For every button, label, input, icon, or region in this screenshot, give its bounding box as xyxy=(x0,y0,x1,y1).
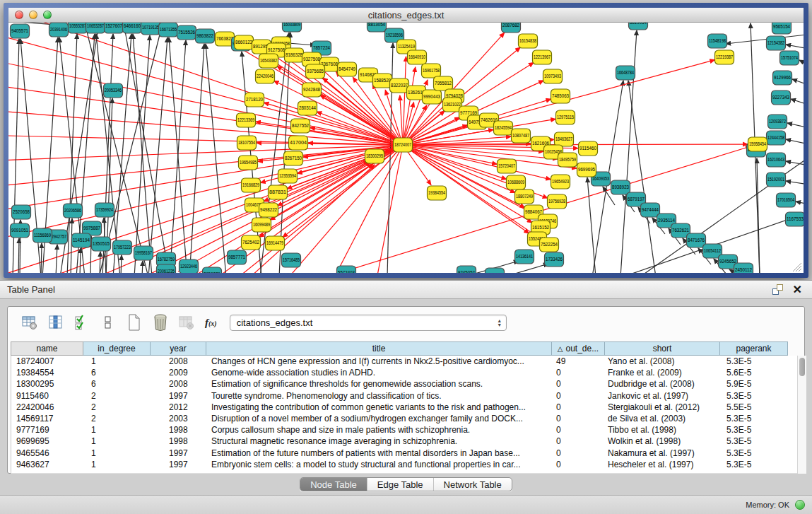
table-cell[interactable]: 6 xyxy=(84,367,151,378)
citation-edge-black[interactable] xyxy=(189,44,204,273)
graph-node[interactable]: 9115460 xyxy=(579,141,598,156)
table-cell[interactable]: 9777169 xyxy=(11,424,84,436)
table-row[interactable]: 2242004622012Investigating the contribut… xyxy=(11,402,797,413)
citation-edge-black[interactable] xyxy=(786,139,804,145)
graph-node[interactable]: 19384554 xyxy=(428,186,447,200)
graph-node[interactable]: 12213369 xyxy=(237,113,256,127)
table-cell[interactable]: Genome-wide association studies in ADHD. xyxy=(207,367,553,378)
table-cell[interactable]: 5.3E-5 xyxy=(721,413,789,424)
graph-node[interactable]: 9091051 xyxy=(11,223,30,238)
table-cell[interactable]: 1 xyxy=(84,424,151,436)
table-cell[interactable]: Nakamura et al. (1997) xyxy=(606,448,721,459)
citation-edge-black[interactable] xyxy=(726,34,804,44)
table-cell[interactable]: Hescheler et al. (1997) xyxy=(606,459,721,470)
graph-node[interactable]: 9227343 xyxy=(772,90,791,105)
memory-status-icon[interactable] xyxy=(795,500,805,510)
table-cell[interactable]: Estimation of the future numbers of pati… xyxy=(207,448,553,459)
citation-edge-black[interactable] xyxy=(622,212,804,273)
table-cell[interactable]: 5.3E-5 xyxy=(721,436,789,447)
column-header-in_degree[interactable]: in_degree xyxy=(83,341,151,356)
column-header-title[interactable]: title xyxy=(206,341,552,356)
column-header-year[interactable]: year xyxy=(151,341,206,356)
graph-node[interactable]: 9405571 xyxy=(11,24,30,38)
tab-network-table[interactable]: Network Table xyxy=(434,478,512,491)
graph-node[interactable]: 7625402 xyxy=(242,235,261,250)
table-cell[interactable]: 1998 xyxy=(151,424,207,436)
graph-node[interactable]: 9245052 xyxy=(457,266,476,273)
graph-node[interactable]: 16210643 xyxy=(767,153,786,167)
graph-node[interactable]: 1733426 xyxy=(545,252,564,267)
graph-node[interactable]: 19756928 xyxy=(548,194,567,209)
table-cell[interactable]: 49 xyxy=(553,356,606,367)
graph-node[interactable]: 5572403 xyxy=(337,266,356,273)
table-cell[interactable]: 2 xyxy=(84,390,151,402)
table-row[interactable]: 946362711997Embryonic stem cells: a mode… xyxy=(11,459,797,470)
table-mode-icon[interactable] xyxy=(20,313,39,332)
graph-node[interactable]: 16640910 xyxy=(408,50,427,64)
graph-node[interactable]: 2718120 xyxy=(245,93,264,107)
graph-node[interactable]: 12219387 xyxy=(715,50,734,64)
table-cell[interactable]: Embryonic stem cells: a model to study s… xyxy=(207,459,553,470)
citation-edge-black[interactable] xyxy=(41,243,42,273)
graph-node[interactable]: 9498222 xyxy=(259,203,278,217)
graph-node[interactable]: 9375685 xyxy=(306,64,325,78)
table-cell[interactable]: 2 xyxy=(84,402,151,413)
graph-node[interactable]: 15716485 xyxy=(282,253,301,267)
citation-edge-black[interactable] xyxy=(113,34,131,273)
citation-edge-red[interactable] xyxy=(403,57,406,145)
zoom-window-icon[interactable] xyxy=(43,11,52,19)
graph-node[interactable]: 1527607 xyxy=(105,23,124,33)
table-cell[interactable]: 2003 xyxy=(151,413,207,424)
canvas-resize-grip[interactable] xyxy=(793,263,801,271)
delete-column-icon[interactable] xyxy=(151,313,170,332)
graph-node[interactable]: 9242848 xyxy=(302,83,322,97)
citation-edge-red[interactable] xyxy=(8,145,403,163)
table-cell[interactable]: 18724007 xyxy=(11,356,84,367)
node-table[interactable]: namein_degreeyeartitle△out_de...shortpag… xyxy=(11,341,797,474)
table-cell[interactable]: 1 xyxy=(84,436,151,447)
table-cell[interactable]: Wolkin et al. (1998) xyxy=(606,436,721,447)
table-cell[interactable]: 6 xyxy=(84,378,151,390)
table-cell[interactable]: 1997 xyxy=(151,448,207,459)
show-columns-icon[interactable] xyxy=(47,313,65,332)
citation-edge-red[interactable] xyxy=(264,103,403,145)
table-cell[interactable]: 5.6E-5 xyxy=(721,367,789,378)
table-header-row[interactable]: namein_degreeyeartitle△out_de...shortpag… xyxy=(11,341,797,356)
graph-node[interactable]: 12444158 xyxy=(767,131,786,145)
table-cell[interactable]: 19384554 xyxy=(11,367,84,378)
graph-node[interactable]: 15192001 xyxy=(767,173,786,187)
graph-node[interactable]: 20061235 xyxy=(157,264,176,273)
graph-node[interactable]: 19654985 xyxy=(239,156,258,170)
graph-node[interactable]: 7522254 xyxy=(540,238,559,252)
citation-edge-black[interactable] xyxy=(56,245,57,273)
graph-node[interactable]: 18300295 xyxy=(365,149,384,163)
graph-node[interactable]: 20053346 xyxy=(104,83,123,98)
citation-edge-black[interactable] xyxy=(799,60,804,67)
select-columns-icon[interactable] xyxy=(73,313,91,332)
table-cell[interactable]: 0 xyxy=(553,402,606,413)
graph-node[interactable]: 10807487 xyxy=(512,129,531,143)
table-row[interactable]: 946554611997Estimation of the future num… xyxy=(11,448,797,459)
table-cell[interactable]: 22420046 xyxy=(11,402,84,413)
close-panel-icon[interactable]: ✕ xyxy=(793,285,802,295)
table-cell[interactable]: Investigating the contribution of common… xyxy=(207,402,553,413)
table-vertical-scrollbar[interactable] xyxy=(797,356,806,474)
network-canvas[interactable]: 9405571203914061055328710653287152760764… xyxy=(8,23,804,273)
table-cell[interactable]: 5.5E-5 xyxy=(721,402,789,413)
graph-node[interactable]: 16154838 xyxy=(519,34,538,48)
table-cell[interactable]: 1997 xyxy=(151,390,207,402)
table-cell[interactable]: Estimation of significance thresholds fo… xyxy=(207,378,553,390)
citation-edge-black[interactable] xyxy=(792,79,804,86)
scrollbar-thumb[interactable] xyxy=(799,358,805,376)
citation-edge-black[interactable] xyxy=(121,255,122,273)
table-cell[interactable]: 5.3E-5 xyxy=(721,424,789,436)
graph-node[interactable]: 22420046 xyxy=(256,69,275,83)
graph-node[interactable]: 10688609 xyxy=(507,175,526,189)
graph-node[interactable]: 14136141 xyxy=(515,250,534,264)
table-cell[interactable]: 2009 xyxy=(151,367,207,378)
graph-node[interactable]: 1145194 xyxy=(72,233,91,247)
table-cell[interactable]: 9699695 xyxy=(11,436,84,447)
table-cell[interactable]: Disruption of a novel member of a sodium… xyxy=(207,413,553,424)
table-row[interactable]: 1938455462009Genome-wide association stu… xyxy=(11,367,797,378)
table-cell[interactable]: 0 xyxy=(553,448,606,459)
